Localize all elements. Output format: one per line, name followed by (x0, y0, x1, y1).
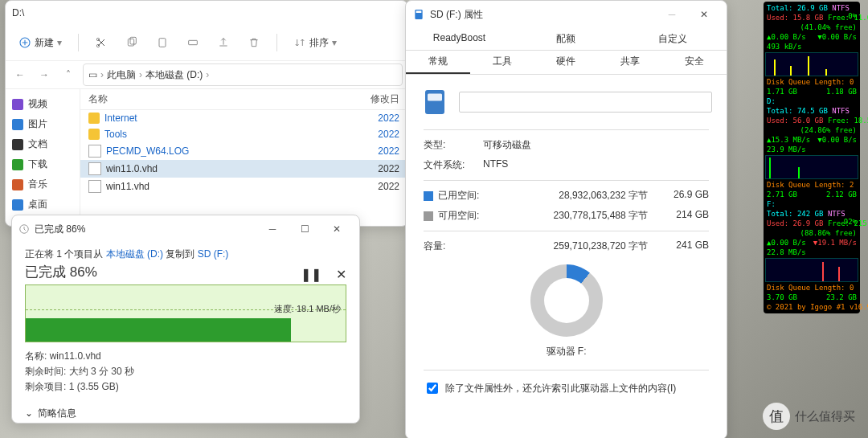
clock-icon (18, 223, 30, 235)
explorer-title: D:\ (12, 7, 401, 18)
list-header: 名称 修改日 (80, 89, 407, 110)
speed-label: 速度: 18.1 MB/秒 (274, 303, 341, 315)
nav-icon (12, 99, 23, 110)
up-button[interactable]: ˄ (59, 65, 78, 84)
chevron-down-icon: ⌄ (25, 407, 33, 419)
forward-button[interactable]: → (35, 65, 54, 84)
nav-row: ← → ˄ ▭ › 此电脑 › 本地磁盘 (D:) › (6, 61, 407, 89)
crumb-0[interactable]: 此电脑 (107, 68, 136, 82)
col-date[interactable]: 修改日 (371, 92, 399, 106)
watermark-icon: 值 (763, 403, 790, 430)
file-row[interactable]: Internet2022 (80, 110, 407, 126)
drive-icon: ▭ (88, 69, 97, 80)
tab-tools[interactable]: 工具 (470, 51, 534, 74)
nav-item[interactable]: 视频 (6, 94, 80, 114)
file-row[interactable]: PECMD_W64.LOG2022 (80, 142, 407, 160)
svg-rect-11 (428, 94, 442, 101)
pause-button[interactable]: ❚❚ (301, 267, 321, 282)
nav-item[interactable]: 下载 (6, 154, 80, 174)
paste-button[interactable] (149, 30, 175, 55)
tab-custom[interactable]: 自定义 (620, 28, 727, 50)
close-button[interactable]: ✕ (321, 218, 353, 240)
sort-icon (293, 36, 306, 49)
mini-graph-3 (765, 258, 858, 282)
sd-card-icon (420, 88, 449, 117)
clipboard-icon (156, 36, 169, 49)
watermark: 值 什么值得买 (763, 403, 855, 430)
properties-window: SD (F:) 属性 ─ ✕ ReadyBoost 配额 自定义 常规 工具 硬… (405, 0, 727, 438)
svg-rect-3 (128, 39, 133, 46)
sort-label: 排序 (309, 36, 329, 50)
sort-button[interactable]: 排序 ▾ (287, 33, 343, 53)
minimize-button[interactable]: ─ (256, 218, 289, 240)
nav-item[interactable]: 桌面 (6, 194, 80, 215)
index-checkbox[interactable] (427, 383, 438, 394)
usage-pie (530, 264, 603, 337)
nav-item[interactable]: 文档 (6, 134, 80, 154)
nav-pane: 视频图片文档下载音乐桌面 (6, 89, 80, 227)
nav-item[interactable]: 图片 (6, 114, 80, 134)
nav-item[interactable]: 音乐 (6, 174, 80, 194)
watermark-text: 什么值得买 (795, 409, 855, 424)
maximize-button[interactable]: ☐ (289, 218, 321, 240)
crumb-1[interactable]: 本地磁盘 (D:) (145, 68, 203, 82)
nav-icon (12, 139, 23, 150)
mini-graph-2 (765, 155, 858, 179)
copy-progress-text: 已完成 86% (25, 263, 346, 281)
copy-button[interactable] (119, 30, 145, 55)
sd-icon (412, 8, 425, 21)
trash-icon (248, 36, 260, 49)
nav-icon (12, 159, 23, 170)
tab-quota[interactable]: 配额 (513, 28, 620, 50)
row-free: 可用空间:230,778,175,488 字节214 GB (406, 206, 727, 226)
tab-security[interactable]: 安全 (662, 51, 727, 74)
row-type: 类型:可移动磁盘 (406, 135, 727, 155)
scissors-icon (95, 36, 108, 49)
new-button[interactable]: 新建 ▾ (12, 33, 68, 53)
rename-button[interactable] (180, 30, 206, 55)
free-swatch (424, 211, 433, 221)
folder-icon (88, 113, 100, 124)
minimize-button[interactable]: ─ (656, 3, 688, 26)
tab-general[interactable]: 常规 (406, 51, 470, 74)
cut-button[interactable] (88, 30, 114, 55)
share-icon (217, 36, 230, 49)
back-button[interactable]: ← (10, 65, 30, 84)
more-info-toggle[interactable]: ⌄ 简略信息 (25, 407, 346, 420)
dst-link[interactable]: SD (F:) (198, 248, 229, 260)
copy-icon (125, 36, 138, 49)
file-list: 名称 修改日 Internet2022Tools2022PECMD_W64.LO… (80, 89, 407, 227)
share-button[interactable] (211, 30, 236, 55)
copy-desc: 正在将 1 个项目从 本地磁盘 (D:) 复制到 SD (F:) (25, 248, 346, 261)
cancel-button[interactable]: ✕ (336, 267, 346, 282)
explorer-window: D:\ 新建 ▾ 排序 ▾ ← → ˄ ▭ › 此电脑 › 本地磁盘 (D:) … (5, 0, 408, 227)
copy-title: 已完成 86% (35, 223, 256, 236)
close-button[interactable]: ✕ (688, 3, 720, 26)
tab-sharing[interactable]: 共享 (598, 51, 662, 74)
file-icon (88, 162, 101, 175)
row-cap: 容量:259,710,238,720 字节241 GB (406, 236, 727, 256)
copy-titlebar: 已完成 86% ─ ☐ ✕ (12, 215, 359, 243)
file-row[interactable]: win11.0.vhd2022 (80, 160, 407, 178)
prop-titlebar: SD (F:) 属性 ─ ✕ (406, 1, 727, 28)
src-link[interactable]: 本地磁盘 (D:) (106, 248, 163, 260)
col-name[interactable]: 名称 (88, 92, 371, 106)
index-checkbox-row: 除了文件属性外，还允许索引此驱动器上文件的内容(I) (406, 375, 727, 401)
nav-icon (12, 199, 23, 211)
file-row[interactable]: win11.vhd2022 (80, 178, 407, 195)
nav-icon (12, 119, 23, 130)
svg-rect-5 (159, 39, 166, 47)
copy-dialog: 已完成 86% ─ ☐ ✕ 正在将 1 个项目从 本地磁盘 (D:) 复制到 S… (11, 215, 360, 424)
prop-header (406, 75, 727, 125)
address-bar[interactable]: ▭ › 此电脑 › 本地磁盘 (D:) › (83, 63, 403, 86)
tab-readyboost[interactable]: ReadyBoost (406, 28, 513, 50)
prop-tabs-bot: 常规 工具 硬件 共享 安全 (406, 51, 727, 75)
delete-button[interactable] (241, 30, 267, 55)
tab-hardware[interactable]: 硬件 (534, 51, 599, 74)
file-icon (88, 145, 101, 158)
copy-details: 名称: win11.0.vhd 剩余时间: 大约 3 分 30 秒 剩余项目: … (25, 349, 346, 395)
volume-label-input[interactable] (459, 92, 712, 113)
speed-graph: 速度: 18.1 MB/秒 (25, 284, 346, 342)
file-row[interactable]: Tools2022 (80, 126, 407, 142)
folder-icon (88, 129, 100, 140)
